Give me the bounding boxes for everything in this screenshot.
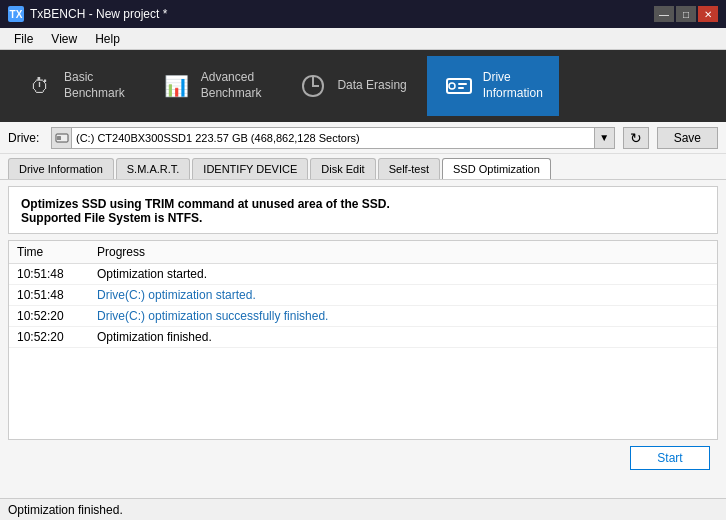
log-time: 10:51:48: [9, 264, 89, 285]
col-header-progress: Progress: [89, 241, 717, 264]
status-text: Optimization finished.: [8, 503, 123, 517]
advanced-benchmark-button[interactable]: 📊 Advanced Benchmark: [145, 56, 278, 116]
log-progress: Drive(C:) optimization started.: [89, 285, 717, 306]
log-row: 10:51:48Drive(C:) optimization started.: [9, 285, 717, 306]
log-table-container: Time Progress 10:51:48Optimization start…: [8, 240, 718, 440]
data-erasing-icon: [297, 70, 329, 102]
drive-row: Drive: (C:) CT240BX300SSD1 223.57 GB (46…: [0, 122, 726, 154]
basic-benchmark-icon: ⏱: [24, 70, 56, 102]
log-time: 10:52:20: [9, 306, 89, 327]
svg-rect-3: [458, 87, 464, 89]
toolbar: ⏱ Basic Benchmark 📊 Advanced Benchmark D…: [0, 50, 726, 122]
log-row: 10:51:48Optimization started.: [9, 264, 717, 285]
drive-label: Drive:: [8, 131, 43, 145]
advanced-benchmark-icon: 📊: [161, 70, 193, 102]
svg-point-1: [449, 83, 455, 89]
main-content: Optimizes SSD using TRIM command at unus…: [0, 180, 726, 520]
tab-smart[interactable]: S.M.A.R.T.: [116, 158, 191, 179]
col-header-time: Time: [9, 241, 89, 264]
drive-information-button[interactable]: Drive Information: [427, 56, 559, 116]
menu-file[interactable]: File: [6, 30, 41, 48]
window-title: TxBENCH - New project *: [30, 7, 167, 21]
start-button[interactable]: Start: [630, 446, 710, 470]
info-box: Optimizes SSD using TRIM command at unus…: [8, 186, 718, 234]
tab-identify-device[interactable]: IDENTIFY DEVICE: [192, 158, 308, 179]
start-area: Start: [8, 440, 718, 474]
tab-self-test[interactable]: Self-test: [378, 158, 440, 179]
info-line2: Supported File System is NTFS.: [21, 211, 705, 225]
log-table: Time Progress 10:51:48Optimization start…: [9, 241, 717, 348]
app-icon: TX: [8, 6, 24, 22]
info-line1: Optimizes SSD using TRIM command at unus…: [21, 197, 705, 211]
svg-rect-0: [447, 79, 471, 93]
menu-help[interactable]: Help: [87, 30, 128, 48]
tabs-container: Drive Information S.M.A.R.T. IDENTIFY DE…: [0, 154, 726, 180]
svg-rect-2: [458, 83, 467, 85]
log-row: 10:52:20Drive(C:) optimization successfu…: [9, 306, 717, 327]
log-time: 10:52:20: [9, 327, 89, 348]
drive-refresh-button[interactable]: ↻: [623, 127, 649, 149]
status-bar: Optimization finished.: [0, 498, 726, 520]
menu-bar: File View Help: [0, 28, 726, 50]
log-progress: Optimization started.: [89, 264, 717, 285]
log-time: 10:51:48: [9, 285, 89, 306]
menu-view[interactable]: View: [43, 30, 85, 48]
basic-benchmark-button[interactable]: ⏱ Basic Benchmark: [8, 56, 141, 116]
minimize-button[interactable]: —: [654, 6, 674, 22]
svg-rect-5: [57, 136, 61, 140]
window-controls: — □ ✕: [654, 6, 718, 22]
log-row: 10:52:20Optimization finished.: [9, 327, 717, 348]
drive-select[interactable]: (C:) CT240BX300SSD1 223.57 GB (468,862,1…: [71, 127, 595, 149]
log-progress: Drive(C:) optimization successfully fini…: [89, 306, 717, 327]
close-button[interactable]: ✕: [698, 6, 718, 22]
data-erasing-button[interactable]: Data Erasing: [281, 56, 422, 116]
tab-ssd-optimization[interactable]: SSD Optimization: [442, 158, 551, 179]
maximize-button[interactable]: □: [676, 6, 696, 22]
tab-drive-information[interactable]: Drive Information: [8, 158, 114, 179]
tab-disk-edit[interactable]: Disk Edit: [310, 158, 375, 179]
save-button[interactable]: Save: [657, 127, 718, 149]
drive-information-icon: [443, 70, 475, 102]
drive-icon: [51, 127, 71, 149]
log-progress: Optimization finished.: [89, 327, 717, 348]
title-bar: TX TxBENCH - New project * — □ ✕: [0, 0, 726, 28]
drive-dropdown-arrow[interactable]: ▼: [595, 127, 615, 149]
